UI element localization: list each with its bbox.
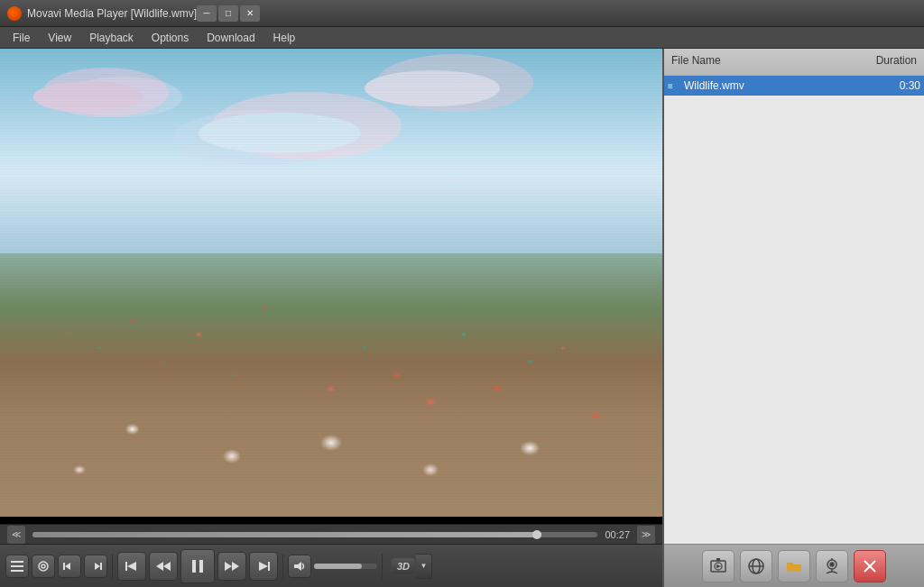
playlist-panel: File Name Duration ≡ Wildlife.wmv 0:30: [662, 49, 924, 587]
sky-layer: [0, 49, 662, 262]
svg-marker-18: [259, 562, 268, 571]
controls-bar: 3D ▼: [0, 544, 662, 587]
playlist-row-name: Wildlife.wmv: [684, 79, 866, 92]
letterbox-bottom: [0, 517, 662, 524]
menu-file[interactable]: File: [4, 30, 39, 46]
next-button[interactable]: [249, 552, 278, 581]
expand-left-button[interactable]: ≪: [7, 526, 25, 544]
playlist-row-icon: ≡: [668, 81, 680, 91]
volume-slider[interactable]: [314, 564, 377, 569]
seekbar-thumb[interactable]: [532, 530, 541, 539]
video-frame: [0, 49, 662, 524]
mark-out-button[interactable]: [84, 555, 107, 578]
3d-mode-group: 3D ▼: [387, 554, 432, 579]
expand-right-button[interactable]: ≫: [637, 526, 655, 544]
svg-rect-14: [199, 560, 203, 573]
svg-marker-6: [65, 563, 70, 570]
cloud-1: [33, 81, 142, 113]
svg-marker-16: [232, 562, 239, 571]
svg-marker-11: [156, 562, 163, 571]
svg-rect-23: [716, 558, 720, 561]
window-controls: ─ □ ✕: [197, 5, 260, 22]
audio-button[interactable]: [32, 555, 55, 578]
svg-marker-8: [95, 563, 100, 570]
svg-rect-1: [11, 565, 23, 567]
playlist-row[interactable]: ≡ Wildlife.wmv 0:30: [664, 76, 924, 96]
window-title: Movavi Media Player [Wildlife.wmv]: [27, 7, 197, 20]
svg-rect-17: [268, 562, 270, 571]
add-clip-button[interactable]: [702, 550, 735, 582]
svg-rect-7: [100, 563, 102, 570]
right-toolbar: [664, 544, 924, 587]
app-icon: [7, 6, 22, 21]
mark-in-button[interactable]: [58, 555, 81, 578]
menu-help[interactable]: Help: [264, 30, 305, 46]
menu-options[interactable]: Options: [143, 30, 198, 46]
ground-layer: [0, 253, 662, 524]
seekbar[interactable]: [32, 532, 597, 537]
svg-rect-13: [192, 560, 196, 573]
pause-button[interactable]: [180, 549, 215, 583]
menu-playback[interactable]: Playback: [80, 30, 143, 46]
separator-1: [112, 554, 113, 579]
svg-rect-9: [125, 562, 127, 571]
rewind-button[interactable]: [149, 552, 178, 581]
menu-view[interactable]: View: [39, 30, 80, 46]
col-duration-header: Duration: [861, 49, 924, 75]
separator-2: [282, 554, 283, 579]
seekbar-container: ≪ 00:27 ≫: [0, 524, 662, 544]
svg-marker-15: [225, 562, 232, 571]
3d-dropdown-button[interactable]: ▼: [416, 554, 432, 579]
add-url-button[interactable]: [740, 550, 772, 582]
video-display[interactable]: [0, 49, 662, 524]
forward-button[interactable]: [217, 552, 246, 581]
volume-fill: [314, 564, 362, 569]
prev-button[interactable]: [117, 552, 146, 581]
menu-download[interactable]: Download: [198, 30, 263, 46]
titlebar: Movavi Media Player [Wildlife.wmv] ─ □ ✕: [0, 0, 924, 27]
svg-rect-27: [787, 564, 801, 572]
svg-point-3: [39, 562, 48, 571]
video-panel: ≪ 00:27 ≫: [0, 49, 662, 587]
svg-marker-10: [127, 562, 136, 571]
3d-label: 3D: [397, 561, 410, 572]
svg-marker-12: [163, 562, 171, 571]
svg-marker-19: [294, 562, 301, 571]
remove-button[interactable]: [854, 550, 886, 582]
close-button[interactable]: ✕: [240, 5, 260, 22]
col-filename-header: File Name: [664, 49, 861, 75]
cloud-2: [199, 113, 361, 153]
open-folder-button[interactable]: [778, 550, 810, 582]
birds-layer: [0, 253, 662, 524]
3d-mode-button[interactable]: 3D: [391, 557, 416, 575]
maximize-button[interactable]: □: [218, 5, 238, 22]
main-content: ≪ 00:27 ≫: [0, 49, 924, 587]
playlist-header: File Name Duration: [664, 49, 924, 76]
separator-3: [382, 554, 383, 579]
add-webcam-button[interactable]: [816, 550, 848, 582]
svg-rect-0: [11, 561, 23, 563]
time-display: 00:27: [605, 529, 630, 540]
svg-rect-5: [63, 563, 65, 570]
seekbar-fill: [32, 532, 541, 537]
svg-point-29: [830, 563, 834, 566]
minimize-button[interactable]: ─: [197, 5, 217, 22]
svg-point-4: [42, 564, 45, 568]
svg-rect-2: [11, 570, 23, 572]
volume-button[interactable]: [288, 555, 311, 578]
toggle-playlist-button[interactable]: [5, 555, 29, 578]
playlist-row-duration: 0:30: [866, 79, 920, 92]
svg-marker-22: [716, 564, 721, 568]
cloud-3: [365, 70, 500, 106]
playlist-body[interactable]: ≡ Wildlife.wmv 0:30: [664, 76, 924, 544]
menubar: File View Playback Options Download Help: [0, 27, 924, 49]
